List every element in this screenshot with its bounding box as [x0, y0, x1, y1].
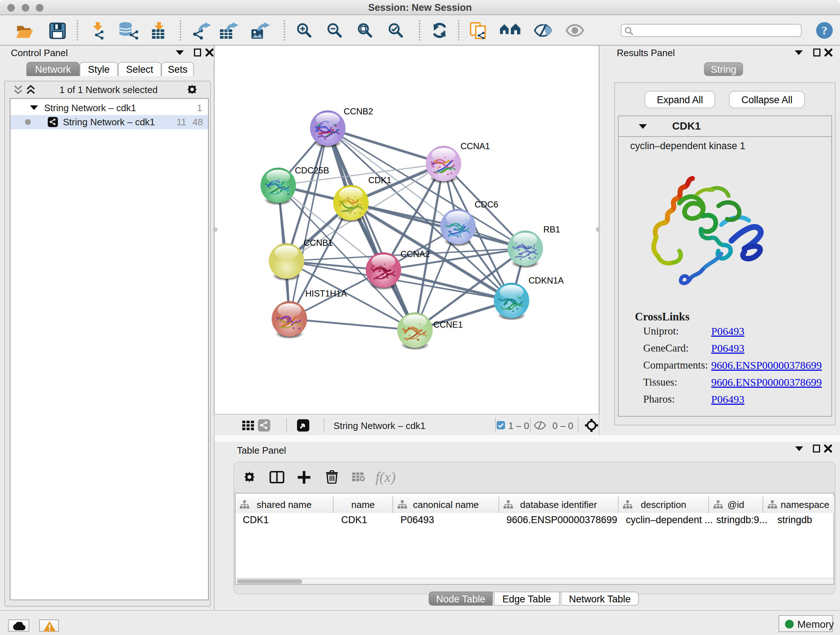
svg-text:CCNA2: CCNA2 [401, 249, 430, 259]
svg-text:RB1: RB1 [543, 225, 561, 234]
svg-text:CCNB2: CCNB2 [344, 106, 373, 116]
svg-text:CDK1: CDK1 [368, 175, 392, 185]
svg-text:?: ? [821, 24, 827, 37]
svg-text:CDKN1A: CDKN1A [529, 276, 564, 285]
svg-text:HIST1H1A: HIST1H1A [305, 288, 347, 298]
svg-text:CCNA1: CCNA1 [461, 141, 490, 151]
svg-text:CCNE1: CCNE1 [433, 320, 463, 329]
svg-text:CCNB1: CCNB1 [303, 238, 333, 248]
svg-text:CDC25B: CDC25B [295, 165, 329, 175]
svg-text:CDC6: CDC6 [475, 200, 498, 209]
